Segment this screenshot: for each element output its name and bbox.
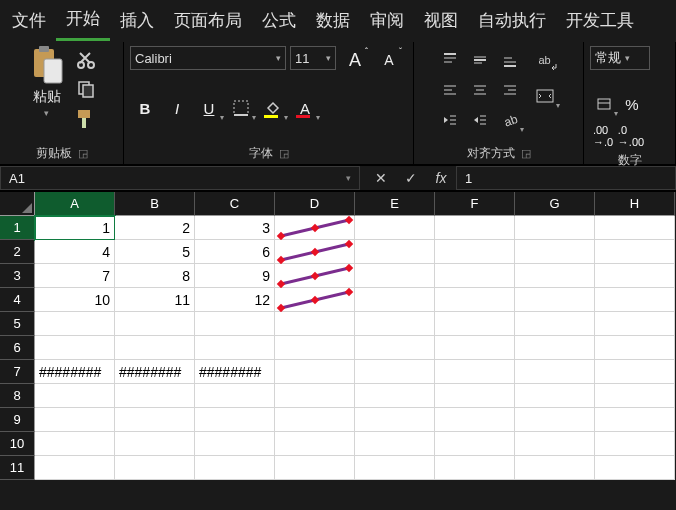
cell-C10[interactable] bbox=[195, 432, 275, 456]
cell-H11[interactable] bbox=[595, 456, 675, 480]
cell-C4[interactable]: 12 bbox=[195, 288, 275, 312]
cell-C6[interactable] bbox=[195, 336, 275, 360]
increase-decimal-button[interactable]: .00→.0 bbox=[590, 122, 616, 150]
cell-B1[interactable]: 2 bbox=[115, 216, 195, 240]
clipboard-dialog-icon[interactable]: ◲ bbox=[78, 147, 88, 160]
cell-G1[interactable] bbox=[515, 216, 595, 240]
cell-A1[interactable]: 1 bbox=[35, 216, 115, 240]
decrease-indent-button[interactable] bbox=[436, 106, 464, 134]
cell-B6[interactable] bbox=[115, 336, 195, 360]
cell-H4[interactable] bbox=[595, 288, 675, 312]
cell-A7[interactable]: ######## bbox=[35, 360, 115, 384]
align-top-button[interactable] bbox=[436, 46, 464, 74]
cell-H8[interactable] bbox=[595, 384, 675, 408]
cell-C1[interactable]: 3 bbox=[195, 216, 275, 240]
row-header-8[interactable]: 8 bbox=[0, 384, 35, 408]
increase-indent-button[interactable] bbox=[466, 106, 494, 134]
name-box[interactable]: A1▾ bbox=[0, 166, 360, 190]
cell-E8[interactable] bbox=[355, 384, 435, 408]
cell-E3[interactable] bbox=[355, 264, 435, 288]
cell-D5[interactable] bbox=[275, 312, 355, 336]
cell-E2[interactable] bbox=[355, 240, 435, 264]
shrink-font-button[interactable]: Aˇ bbox=[374, 46, 404, 74]
cell-G2[interactable] bbox=[515, 240, 595, 264]
cell-G3[interactable] bbox=[515, 264, 595, 288]
row-header-11[interactable]: 11 bbox=[0, 456, 35, 480]
accounting-format-button[interactable] bbox=[590, 90, 618, 118]
tab-auto[interactable]: 自动执行 bbox=[468, 3, 556, 40]
fx-button[interactable]: fx bbox=[426, 166, 456, 190]
cell-E10[interactable] bbox=[355, 432, 435, 456]
column-header-C[interactable]: C bbox=[195, 192, 275, 216]
cell-A5[interactable] bbox=[35, 312, 115, 336]
cell-G6[interactable] bbox=[515, 336, 595, 360]
cell-D10[interactable] bbox=[275, 432, 355, 456]
cancel-button[interactable]: ✕ bbox=[366, 166, 396, 190]
cell-D1[interactable] bbox=[275, 216, 355, 240]
cell-G7[interactable] bbox=[515, 360, 595, 384]
font-dialog-icon[interactable]: ◲ bbox=[279, 147, 289, 160]
align-middle-button[interactable] bbox=[466, 46, 494, 74]
cell-D7[interactable] bbox=[275, 360, 355, 384]
cell-C8[interactable] bbox=[195, 384, 275, 408]
merge-button[interactable] bbox=[530, 82, 560, 110]
row-header-10[interactable]: 10 bbox=[0, 432, 35, 456]
cell-B11[interactable] bbox=[115, 456, 195, 480]
align-bottom-button[interactable] bbox=[496, 46, 524, 74]
tab-layout[interactable]: 页面布局 bbox=[164, 3, 252, 40]
cell-F11[interactable] bbox=[435, 456, 515, 480]
font-color-button[interactable]: A bbox=[290, 94, 320, 122]
cell-H1[interactable] bbox=[595, 216, 675, 240]
cell-D9[interactable] bbox=[275, 408, 355, 432]
cell-G5[interactable] bbox=[515, 312, 595, 336]
select-all-corner[interactable] bbox=[0, 192, 35, 216]
tab-file[interactable]: 文件 bbox=[2, 3, 56, 40]
tab-dev[interactable]: 开发工具 bbox=[556, 3, 644, 40]
cell-C2[interactable]: 6 bbox=[195, 240, 275, 264]
cell-G8[interactable] bbox=[515, 384, 595, 408]
cell-F9[interactable] bbox=[435, 408, 515, 432]
wrap-text-button[interactable]: ab bbox=[530, 46, 560, 74]
cell-H5[interactable] bbox=[595, 312, 675, 336]
cell-C9[interactable] bbox=[195, 408, 275, 432]
row-header-6[interactable]: 6 bbox=[0, 336, 35, 360]
cell-G10[interactable] bbox=[515, 432, 595, 456]
cell-C3[interactable]: 9 bbox=[195, 264, 275, 288]
row-header-2[interactable]: 2 bbox=[0, 240, 35, 264]
cell-G11[interactable] bbox=[515, 456, 595, 480]
column-header-D[interactable]: D bbox=[275, 192, 355, 216]
row-header-5[interactable]: 5 bbox=[0, 312, 35, 336]
cell-B10[interactable] bbox=[115, 432, 195, 456]
cell-E4[interactable] bbox=[355, 288, 435, 312]
cell-C11[interactable] bbox=[195, 456, 275, 480]
cell-C5[interactable] bbox=[195, 312, 275, 336]
confirm-button[interactable]: ✓ bbox=[396, 166, 426, 190]
cell-D2[interactable] bbox=[275, 240, 355, 264]
cell-A8[interactable] bbox=[35, 384, 115, 408]
column-header-B[interactable]: B bbox=[115, 192, 195, 216]
cell-A6[interactable] bbox=[35, 336, 115, 360]
cell-H7[interactable] bbox=[595, 360, 675, 384]
row-header-9[interactable]: 9 bbox=[0, 408, 35, 432]
cell-B2[interactable]: 5 bbox=[115, 240, 195, 264]
formula-input[interactable]: 1 bbox=[456, 166, 676, 190]
cell-H2[interactable] bbox=[595, 240, 675, 264]
row-header-4[interactable]: 4 bbox=[0, 288, 35, 312]
grow-font-button[interactable]: Aˆ bbox=[340, 46, 370, 74]
cell-B7[interactable]: ######## bbox=[115, 360, 195, 384]
tab-view[interactable]: 视图 bbox=[414, 3, 468, 40]
underline-button[interactable]: U bbox=[194, 94, 224, 122]
cell-E1[interactable] bbox=[355, 216, 435, 240]
cell-A4[interactable]: 10 bbox=[35, 288, 115, 312]
tab-review[interactable]: 审阅 bbox=[360, 3, 414, 40]
cell-F1[interactable] bbox=[435, 216, 515, 240]
cell-D11[interactable] bbox=[275, 456, 355, 480]
border-button[interactable] bbox=[226, 94, 256, 122]
tab-insert[interactable]: 插入 bbox=[110, 3, 164, 40]
cell-E11[interactable] bbox=[355, 456, 435, 480]
cell-F7[interactable] bbox=[435, 360, 515, 384]
align-left-button[interactable] bbox=[436, 76, 464, 104]
cell-D8[interactable] bbox=[275, 384, 355, 408]
row-header-3[interactable]: 3 bbox=[0, 264, 35, 288]
row-header-1[interactable]: 1 bbox=[0, 216, 35, 240]
